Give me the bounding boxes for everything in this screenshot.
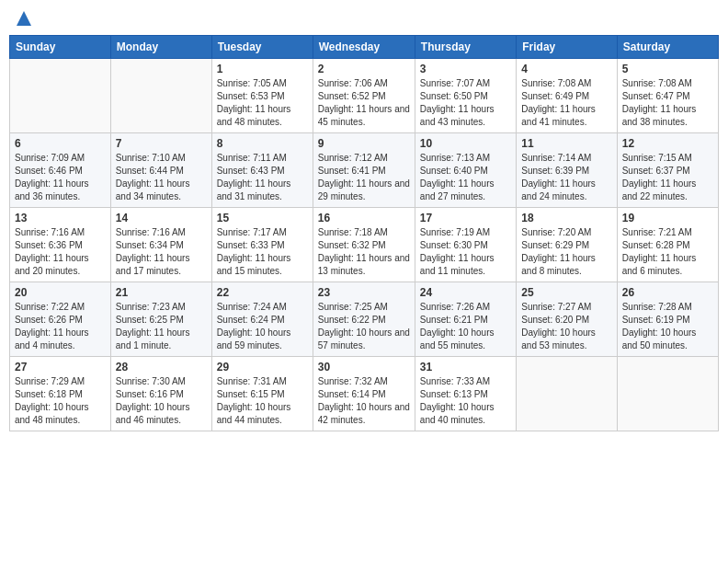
day-info: Sunrise: 7:10 AMSunset: 6:44 PMDaylight:… (116, 152, 207, 203)
day-info: Sunrise: 7:16 AMSunset: 6:34 PMDaylight:… (116, 226, 207, 278)
day-number: 5 (622, 63, 713, 75)
calendar-cell: 31Sunrise: 7:33 AMSunset: 6:13 PMDayligh… (415, 357, 516, 431)
calendar-cell: 29Sunrise: 7:31 AMSunset: 6:15 PMDayligh… (211, 357, 313, 431)
calendar-table: SundayMondayTuesdayWednesdayThursdayFrid… (9, 35, 719, 431)
day-info: Sunrise: 7:22 AMSunset: 6:26 PMDaylight:… (15, 301, 106, 352)
day-number: 25 (521, 286, 611, 299)
calendar-cell: 6Sunrise: 7:09 AMSunset: 6:46 PMDaylight… (10, 133, 111, 208)
day-info: Sunrise: 7:29 AMSunset: 6:18 PMDaylight:… (15, 375, 106, 427)
day-number: 13 (15, 212, 106, 224)
dow-header: Wednesday (313, 36, 415, 59)
calendar-cell: 8Sunrise: 7:11 AMSunset: 6:43 PMDaylight… (211, 133, 313, 208)
day-number: 14 (116, 212, 207, 224)
calendar-cell (110, 59, 211, 133)
day-number: 6 (15, 137, 106, 150)
day-info: Sunrise: 7:14 AMSunset: 6:39 PMDaylight:… (521, 152, 611, 203)
day-info: Sunrise: 7:27 AMSunset: 6:20 PMDaylight:… (521, 301, 611, 352)
calendar-body: 1Sunrise: 7:05 AMSunset: 6:53 PMDaylight… (10, 59, 719, 431)
calendar-week-row: 20Sunrise: 7:22 AMSunset: 6:26 PMDayligh… (10, 282, 719, 357)
day-number: 1 (217, 63, 308, 75)
day-number: 11 (521, 137, 611, 150)
logo-icon (15, 9, 33, 28)
day-number: 16 (318, 212, 410, 224)
day-info: Sunrise: 7:20 AMSunset: 6:29 PMDaylight:… (521, 226, 611, 278)
dow-header: Monday (110, 36, 211, 59)
day-number: 31 (420, 361, 511, 373)
calendar-cell: 21Sunrise: 7:23 AMSunset: 6:25 PMDayligh… (110, 282, 211, 357)
calendar-cell: 4Sunrise: 7:08 AMSunset: 6:49 PMDaylight… (517, 59, 617, 133)
calendar-cell: 16Sunrise: 7:18 AMSunset: 6:32 PMDayligh… (313, 208, 415, 282)
day-number: 8 (217, 137, 308, 150)
day-number: 7 (116, 137, 207, 150)
day-info: Sunrise: 7:24 AMSunset: 6:24 PMDaylight:… (217, 301, 308, 352)
day-info: Sunrise: 7:31 AMSunset: 6:15 PMDaylight:… (217, 375, 308, 427)
dow-header: Friday (517, 36, 617, 59)
calendar-cell: 18Sunrise: 7:20 AMSunset: 6:29 PMDayligh… (517, 208, 617, 282)
day-number: 21 (116, 286, 207, 299)
day-info: Sunrise: 7:30 AMSunset: 6:16 PMDaylight:… (116, 375, 207, 427)
day-info: Sunrise: 7:08 AMSunset: 6:49 PMDaylight:… (521, 77, 611, 129)
calendar-cell: 3Sunrise: 7:07 AMSunset: 6:50 PMDaylight… (415, 59, 516, 133)
day-info: Sunrise: 7:11 AMSunset: 6:43 PMDaylight:… (217, 152, 308, 203)
day-number: 9 (318, 137, 410, 150)
dow-header: Thursday (415, 36, 516, 59)
day-info: Sunrise: 7:19 AMSunset: 6:30 PMDaylight:… (420, 226, 511, 278)
page-header (9, 9, 719, 28)
day-number: 18 (521, 212, 611, 224)
day-info: Sunrise: 7:05 AMSunset: 6:53 PMDaylight:… (217, 77, 308, 129)
day-number: 26 (622, 286, 713, 299)
day-number: 19 (622, 212, 713, 224)
calendar-cell: 27Sunrise: 7:29 AMSunset: 6:18 PMDayligh… (10, 357, 111, 431)
calendar-week-row: 6Sunrise: 7:09 AMSunset: 6:46 PMDaylight… (10, 133, 719, 208)
svg-marker-0 (17, 11, 31, 26)
calendar-cell (517, 357, 617, 431)
day-info: Sunrise: 7:08 AMSunset: 6:47 PMDaylight:… (622, 77, 713, 129)
day-number: 22 (217, 286, 308, 299)
logo (13, 9, 33, 28)
day-number: 24 (420, 286, 511, 299)
day-number: 10 (420, 137, 511, 150)
calendar-cell (617, 357, 718, 431)
calendar-week-row: 27Sunrise: 7:29 AMSunset: 6:18 PMDayligh… (10, 357, 719, 431)
day-number: 20 (15, 286, 106, 299)
day-info: Sunrise: 7:16 AMSunset: 6:36 PMDaylight:… (15, 226, 106, 278)
calendar-cell: 12Sunrise: 7:15 AMSunset: 6:37 PMDayligh… (617, 133, 718, 208)
dow-header: Tuesday (211, 36, 313, 59)
day-info: Sunrise: 7:15 AMSunset: 6:37 PMDaylight:… (622, 152, 713, 203)
dow-header: Saturday (617, 36, 718, 59)
day-info: Sunrise: 7:06 AMSunset: 6:52 PMDaylight:… (318, 77, 410, 129)
day-info: Sunrise: 7:26 AMSunset: 6:21 PMDaylight:… (420, 301, 511, 352)
calendar-cell: 20Sunrise: 7:22 AMSunset: 6:26 PMDayligh… (10, 282, 111, 357)
calendar-cell (10, 59, 111, 133)
calendar-cell: 13Sunrise: 7:16 AMSunset: 6:36 PMDayligh… (10, 208, 111, 282)
day-info: Sunrise: 7:21 AMSunset: 6:28 PMDaylight:… (622, 226, 713, 278)
calendar-cell: 19Sunrise: 7:21 AMSunset: 6:28 PMDayligh… (617, 208, 718, 282)
calendar-cell: 26Sunrise: 7:28 AMSunset: 6:19 PMDayligh… (617, 282, 718, 357)
calendar-week-row: 1Sunrise: 7:05 AMSunset: 6:53 PMDaylight… (10, 59, 719, 133)
calendar-cell: 23Sunrise: 7:25 AMSunset: 6:22 PMDayligh… (313, 282, 415, 357)
day-number: 29 (217, 361, 308, 373)
calendar-cell: 15Sunrise: 7:17 AMSunset: 6:33 PMDayligh… (211, 208, 313, 282)
day-info: Sunrise: 7:33 AMSunset: 6:13 PMDaylight:… (420, 375, 511, 427)
day-info: Sunrise: 7:28 AMSunset: 6:19 PMDaylight:… (622, 301, 713, 352)
calendar-cell: 14Sunrise: 7:16 AMSunset: 6:34 PMDayligh… (110, 208, 211, 282)
day-number: 2 (318, 63, 410, 75)
calendar-cell: 25Sunrise: 7:27 AMSunset: 6:20 PMDayligh… (517, 282, 617, 357)
day-info: Sunrise: 7:25 AMSunset: 6:22 PMDaylight:… (318, 301, 410, 352)
calendar-cell: 30Sunrise: 7:32 AMSunset: 6:14 PMDayligh… (313, 357, 415, 431)
day-info: Sunrise: 7:12 AMSunset: 6:41 PMDaylight:… (318, 152, 410, 203)
day-number: 4 (521, 63, 611, 75)
calendar-cell: 1Sunrise: 7:05 AMSunset: 6:53 PMDaylight… (211, 59, 313, 133)
days-of-week-row: SundayMondayTuesdayWednesdayThursdayFrid… (10, 36, 719, 59)
day-info: Sunrise: 7:17 AMSunset: 6:33 PMDaylight:… (217, 226, 308, 278)
day-number: 28 (116, 361, 207, 373)
day-info: Sunrise: 7:07 AMSunset: 6:50 PMDaylight:… (420, 77, 511, 129)
calendar-cell: 10Sunrise: 7:13 AMSunset: 6:40 PMDayligh… (415, 133, 516, 208)
calendar-cell: 5Sunrise: 7:08 AMSunset: 6:47 PMDaylight… (617, 59, 718, 133)
calendar-cell: 9Sunrise: 7:12 AMSunset: 6:41 PMDaylight… (313, 133, 415, 208)
calendar-cell: 24Sunrise: 7:26 AMSunset: 6:21 PMDayligh… (415, 282, 516, 357)
day-number: 12 (622, 137, 713, 150)
calendar-cell: 11Sunrise: 7:14 AMSunset: 6:39 PMDayligh… (517, 133, 617, 208)
day-info: Sunrise: 7:32 AMSunset: 6:14 PMDaylight:… (318, 375, 410, 427)
day-number: 30 (318, 361, 410, 373)
